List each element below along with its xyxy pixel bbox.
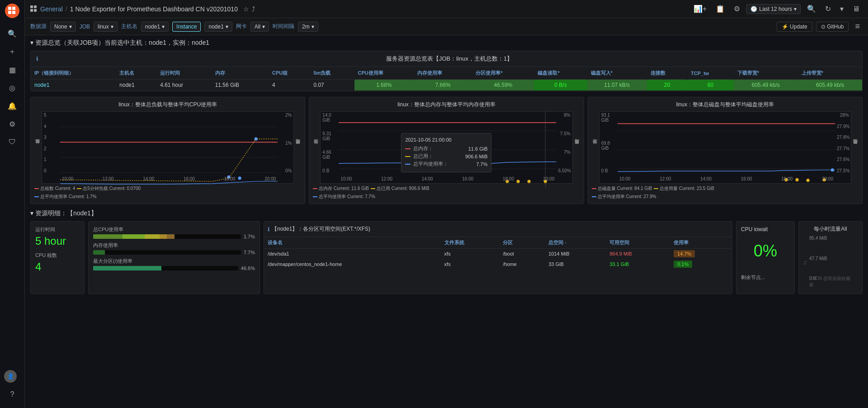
add-panel-button[interactable]: 📊+ (691, 3, 709, 15)
mem-usage-cell: 7.66% (414, 80, 472, 91)
tooltip-total-color (405, 148, 410, 149)
svg-point-30 (830, 168, 834, 171)
download-cell: 605.49 kb/s (734, 80, 798, 91)
legend-cores-color (34, 188, 39, 189)
interval-selector[interactable]: 2m ▾ (298, 22, 318, 32)
main-content: General / 1 Node Exporter for Prometheus… (25, 0, 868, 298)
legend-load-color (77, 188, 81, 189)
col-hostname: 主机名 (116, 67, 156, 80)
mem-progress-wrap: 内存使用率 7.7% (93, 242, 255, 255)
time-range-value: Last 12 hours (759, 6, 792, 12)
hostname-value: node1 (145, 24, 160, 30)
nic-value: All (255, 24, 260, 30)
svg-rect-2 (8, 11, 11, 14)
datasource-value: None (54, 24, 67, 30)
hostname-selector[interactable]: node1 ▾ (141, 22, 169, 32)
hostname-label: 主机名 (121, 23, 137, 30)
dashboard-settings-button[interactable]: ⚙ (731, 3, 743, 15)
tcp-tw-cell: 60 (687, 80, 734, 91)
svg-rect-3 (12, 11, 15, 14)
uptime-cell: 4.61 hour (156, 80, 211, 91)
nic-selector[interactable]: All ▾ (250, 22, 269, 32)
settings-icon[interactable]: ⚙ (4, 116, 20, 132)
disk-fs-1: xfs (441, 249, 500, 259)
explore-icon[interactable]: ◎ (4, 80, 20, 96)
refresh-button[interactable]: ↻ (822, 3, 834, 15)
traffic-y-mid: 47.7 MiB (809, 256, 827, 261)
col-ip: IP（链接到明细） (31, 67, 116, 80)
update-button[interactable]: ⚡ Update (777, 22, 812, 32)
expand-button[interactable]: ▾ (837, 3, 846, 15)
search-icon[interactable]: 🔍 (4, 25, 20, 42)
hostname-cell: node1 (116, 80, 156, 91)
cpu-y-axis-right: 2%1%0% (278, 112, 293, 174)
tooltip-total-value: 11.6 GiB (468, 146, 488, 152)
github-button[interactable]: ⊙ GitHub (816, 22, 849, 32)
legend-disk-usage: 总平均使用率 Current: 27.9% (598, 194, 656, 200)
breadcrumb-sep: / (66, 5, 67, 13)
mem-tooltip: 2021-10-05 21:00:00 总内存： 11.6 GiB 总已用： 9… (401, 133, 491, 172)
dashboards-icon[interactable]: ▦ (4, 62, 20, 78)
svg-rect-0 (8, 7, 11, 10)
alerting-icon[interactable]: 🔔 (4, 98, 20, 114)
ip-link[interactable]: node1 (34, 82, 49, 88)
disk-col-device: 设备名 (264, 237, 441, 249)
iowait-subtitle: 剩余节点... (741, 274, 790, 281)
svg-rect-5 (34, 5, 37, 8)
breadcrumb-home[interactable]: General (40, 5, 63, 13)
cpu-progress-wrap: 总CPU使用率 1.7% (93, 226, 255, 239)
tv-mode-button[interactable]: 🖥 (850, 3, 863, 15)
search-time-button[interactable]: 🔍 (804, 3, 819, 15)
iowait-value: 0% (741, 242, 790, 261)
tooltip-used-value: 906.6 MiB (465, 154, 488, 159)
legend-cpu-usage: 总平均使用率 Current: 1.7% (40, 194, 96, 200)
table-view-button[interactable]: 📋 (713, 3, 727, 15)
disk-read-cell: 0 B/s (534, 80, 587, 91)
time-dropdown-icon: ▾ (794, 6, 797, 12)
cpu-cores-section: CPU 核数 4 (35, 252, 80, 273)
col-cpu-usage: CPU使用率 (354, 67, 414, 80)
disk-partition-2: /home (499, 259, 545, 270)
datasource-label: 数据源 (30, 23, 47, 30)
iowait-title: CPU iowait (741, 226, 790, 232)
disk-row-2: /dev/mapper/centos_node1-home xfs /home … (264, 259, 732, 270)
tooltip-used-row: 总已用： 906.6 MiB (405, 153, 487, 160)
detail-section-header[interactable]: ▾ 资源明细：【node1】 (30, 209, 863, 218)
overview-panel: ℹ 服务器资源总览表【JOB：linux，主机总数：1】 IP（链接到明细） 主… (30, 51, 863, 91)
instance-label: Instance (176, 24, 197, 30)
star-icon[interactable]: ☆ (243, 5, 249, 13)
mem-x-axis: 10:0012:0014:0016:0018:0020:00 (339, 174, 556, 183)
tooltip-title: 2021-10-05 21:00:00 (405, 137, 487, 142)
disk-available-1: 864.9 MiB (606, 249, 670, 259)
overview-section-header[interactable]: ▾ 资源总览（关联JOB项）当前选中主机：node1，实例：node1 (30, 39, 863, 47)
svg-rect-1 (12, 7, 15, 10)
cpu-chart-title: linux：整体总负载与整体平均CPU使用率 (34, 101, 301, 109)
nic-label: 网卡 (236, 23, 247, 30)
time-range-selector[interactable]: 🕐 Last 12 hours ▾ (746, 4, 801, 14)
share-icon[interactable]: ⤴ (252, 5, 255, 13)
add-icon[interactable]: ＋ (4, 43, 20, 60)
breadcrumb: General / 1 Node Exporter for Prometheus… (30, 5, 687, 13)
job-chevron: ▾ (111, 24, 113, 30)
disk-col-total[interactable]: 总空间 (545, 237, 606, 249)
col-connections: 连接数 (647, 67, 687, 80)
interval-chevron: ▾ (311, 24, 314, 30)
datasource-selector[interactable]: None ▾ (50, 22, 76, 32)
upload-cell: 605.49 kb/s (798, 80, 862, 91)
instance-chevron: ▾ (226, 24, 228, 30)
connections-cell: 20 (647, 80, 687, 91)
cpu-usage-cell: 1.68% (354, 80, 414, 91)
job-selector[interactable]: linux ▾ (94, 22, 118, 32)
iowait-panel: CPU iowait 0% 剩余节点... (736, 221, 795, 294)
instance-selector[interactable]: Instance (172, 22, 201, 32)
datasource-chevron: ▾ (69, 24, 72, 30)
instance-value-selector[interactable]: node1 ▾ (204, 22, 232, 32)
partition-usage-cell: 46.59% (472, 80, 534, 91)
dashboard-title: 1 Node Exporter for Prometheus Dashboard… (70, 5, 238, 13)
svg-rect-4 (30, 5, 33, 8)
menu-button[interactable]: ≡ (852, 21, 863, 32)
disk-table: 设备名 文件系统 分区 总空间 可用空间 使用率 /dev/sda1 xfs / (264, 237, 732, 270)
partition-progress-value: 46.6% (241, 266, 255, 271)
shield-icon[interactable]: 🛡 (4, 134, 20, 150)
detail-title: ▾ 资源明细：【node1】 (30, 209, 97, 218)
